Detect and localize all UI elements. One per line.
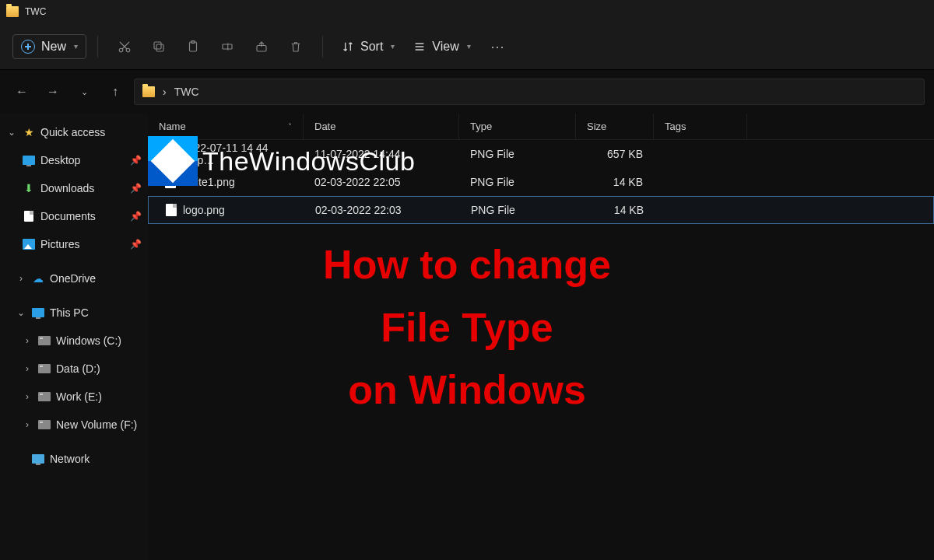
svg-rect-2	[156, 44, 163, 51]
sort-button[interactable]: Sort ▾	[334, 35, 402, 58]
new-label: New	[41, 40, 66, 54]
monitor-icon	[31, 306, 45, 320]
col-type[interactable]: Type	[459, 114, 576, 139]
new-button[interactable]: New ▾	[12, 34, 86, 59]
file-icon	[166, 204, 177, 216]
delete-button[interactable]	[280, 31, 311, 62]
col-tags[interactable]: Tags	[654, 114, 747, 139]
back-button[interactable]: ←	[9, 79, 34, 104]
sidebar-item-label: OneDrive	[50, 272, 96, 285]
sidebar-item-label: Network	[50, 453, 90, 465]
sidebar-item-label: Quick access	[40, 126, 105, 138]
file-date: 02-03-2022 22:03	[304, 204, 460, 216]
up-button[interactable]: ↑	[103, 79, 128, 104]
sidebar-item-label: Work (E:)	[56, 390, 102, 403]
file-row[interactable]: logo.png 02-03-2022 22:03 PNG File 14 KB	[148, 196, 934, 224]
plus-icon	[21, 40, 35, 54]
sidebar-item-label: Data (D:)	[56, 362, 100, 375]
chevron-down-icon: ⌄	[16, 307, 26, 318]
recent-button[interactable]: ⌄	[72, 79, 97, 104]
sidebar: ⌄ ★ Quick access Desktop 📌 ⬇ Downloads 📌…	[0, 114, 148, 560]
content-pane: Name˄ Date Type Size Tags 2022-07-11 14 …	[148, 114, 934, 560]
star-icon: ★	[22, 125, 36, 139]
pin-icon: 📌	[130, 155, 142, 166]
chevron-down-icon: ▾	[391, 42, 395, 51]
sidebar-item-label: Pictures	[40, 238, 80, 250]
sidebar-drive-c[interactable]: › Windows (C:)	[0, 327, 148, 355]
file-size: 14 KB	[576, 176, 654, 188]
pin-icon: 📌	[130, 211, 142, 222]
desktop-icon	[22, 153, 36, 167]
documents-icon	[22, 209, 36, 223]
column-headers: Name˄ Date Type Size Tags	[148, 114, 934, 140]
address-bar[interactable]: › TWC	[134, 79, 925, 105]
sort-icon	[342, 40, 354, 53]
sidebar-item-label: This PC	[50, 306, 89, 319]
sidebar-drive-f[interactable]: › New Volume (F:)	[0, 411, 148, 439]
more-button[interactable]: ⋯	[482, 31, 513, 62]
sidebar-item-label: Windows (C:)	[56, 334, 121, 347]
chevron-right-icon: ›	[16, 273, 26, 284]
breadcrumb-current: TWC	[174, 86, 199, 98]
file-date: 11-07-2022 14:44	[304, 148, 459, 160]
chevron-down-icon: ▾	[74, 42, 78, 51]
sidebar-drive-e[interactable]: › Work (E:)	[0, 383, 148, 411]
breadcrumb-sep: ›	[163, 86, 167, 98]
drive-icon	[37, 390, 51, 404]
file-name: white1.png	[182, 176, 235, 188]
sidebar-this-pc[interactable]: ⌄ This PC	[0, 299, 148, 327]
cloud-icon: ☁	[31, 271, 45, 285]
svg-rect-3	[154, 42, 161, 49]
file-size: 657 KB	[576, 148, 654, 160]
sidebar-desktop[interactable]: Desktop 📌	[0, 146, 148, 174]
file-icon	[165, 176, 176, 188]
sidebar-quick-access[interactable]: ⌄ ★ Quick access	[0, 118, 148, 146]
main: ⌄ ★ Quick access Desktop 📌 ⬇ Downloads 📌…	[0, 114, 934, 560]
sidebar-item-label: New Volume (F:)	[56, 418, 137, 431]
chevron-right-icon: ›	[22, 419, 33, 430]
copy-button[interactable]	[143, 31, 174, 62]
file-type: PNG File	[460, 204, 577, 216]
pin-icon: 📌	[130, 183, 142, 194]
col-date[interactable]: Date	[304, 114, 459, 139]
window-title: TWC	[25, 6, 46, 17]
chevron-right-icon: ›	[22, 363, 33, 374]
sidebar-drive-d[interactable]: › Data (D:)	[0, 355, 148, 383]
share-button[interactable]	[246, 31, 277, 62]
downloads-icon: ⬇	[22, 181, 36, 195]
pin-icon: 📌	[130, 239, 142, 250]
toolbar: New ▾ Sort ▾ View ▾ ⋯	[0, 23, 934, 70]
file-icon	[165, 148, 176, 160]
chevron-down-icon: ⌄	[6, 127, 17, 138]
view-button[interactable]: View ▾	[406, 35, 478, 58]
sidebar-network[interactable]: Network	[0, 445, 148, 473]
file-name: 2022-07-11 14 44 19.p…	[182, 142, 293, 166]
file-name: logo.png	[183, 204, 225, 216]
sidebar-item-label: Desktop	[40, 154, 80, 166]
paste-button[interactable]	[177, 31, 209, 62]
sort-label: Sort	[360, 40, 383, 54]
sidebar-item-label: Documents	[40, 210, 96, 222]
view-label: View	[432, 40, 458, 54]
sidebar-downloads[interactable]: ⬇ Downloads 📌	[0, 174, 148, 202]
title-bar: TWC	[0, 0, 934, 23]
col-name[interactable]: Name˄	[148, 114, 304, 139]
folder-icon	[6, 6, 19, 17]
rename-button[interactable]	[212, 31, 243, 62]
forward-button[interactable]: →	[40, 79, 65, 104]
sidebar-onedrive[interactable]: › ☁ OneDrive	[0, 264, 148, 292]
cut-button[interactable]	[109, 31, 140, 62]
chevron-right-icon: ›	[22, 335, 33, 346]
pictures-icon	[22, 237, 36, 251]
col-size[interactable]: Size	[576, 114, 654, 139]
file-row[interactable]: 2022-07-11 14 44 19.p… 11-07-2022 14:44 …	[148, 140, 934, 168]
sort-asc-icon: ˄	[288, 122, 292, 131]
sidebar-pictures[interactable]: Pictures 📌	[0, 230, 148, 258]
file-row[interactable]: white1.png 02-03-2022 22:05 PNG File 14 …	[148, 168, 934, 196]
sidebar-item-label: Downloads	[40, 182, 94, 194]
file-size: 14 KB	[577, 204, 655, 216]
chevron-right-icon: ›	[22, 391, 33, 402]
separator	[97, 36, 98, 58]
drive-icon	[37, 418, 51, 432]
sidebar-documents[interactable]: Documents 📌	[0, 202, 148, 230]
